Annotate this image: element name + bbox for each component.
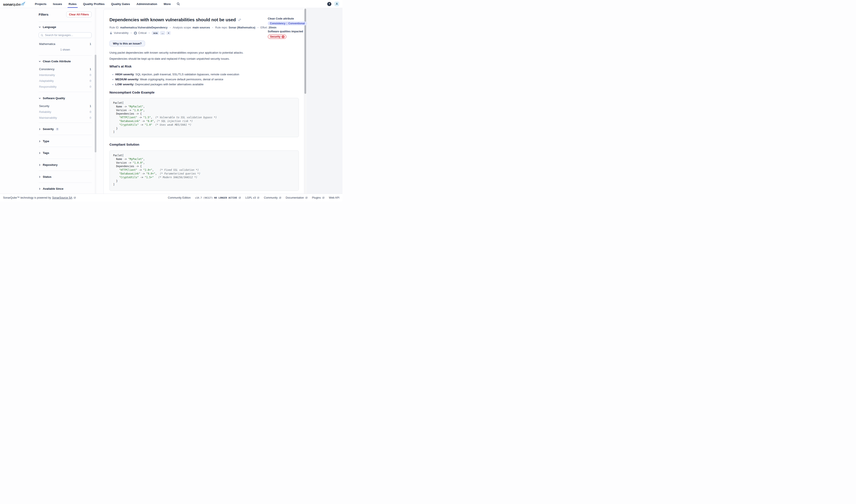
divider	[39, 182, 92, 183]
facet-status-header[interactable]: Status	[39, 175, 92, 178]
chevron-right-icon	[39, 128, 41, 130]
page-footer: SonarQube™ technology is powered by Sona…	[0, 194, 342, 202]
chevron-right-icon	[39, 140, 41, 142]
chevron-right-icon	[39, 152, 41, 154]
dot-separator	[170, 27, 171, 28]
dot-separator	[212, 27, 213, 28]
rule-tags: sca ... +	[152, 31, 171, 35]
sonarqube-logo[interactable]: sonarqube	[3, 1, 25, 7]
facet-language-header[interactable]: Language	[39, 25, 92, 29]
facet-clean-code-attribute-header[interactable]: Clean Code Attribute	[39, 60, 92, 63]
divider	[39, 159, 92, 159]
lgpl-link[interactable]: LGPL v3	[245, 196, 260, 199]
version-link[interactable]: v10.7 (96327) NO LONGER ACTIVE	[195, 196, 241, 199]
rule-severity: Critical	[134, 32, 147, 35]
nav-more[interactable]: More	[164, 0, 171, 8]
language-shown-count: 1 shown	[39, 48, 92, 51]
web-api-link[interactable]: Web API	[329, 196, 339, 199]
facet-tags-header[interactable]: Tags	[39, 151, 92, 155]
documentation-link[interactable]: Documentation	[286, 196, 308, 199]
facet-available-since-header[interactable]: Available Since	[39, 187, 92, 190]
language-search	[39, 32, 92, 38]
facet-item-mathematica[interactable]: Mathematica 1	[39, 42, 92, 46]
tag-chip-more[interactable]: ...	[160, 31, 165, 35]
help-button[interactable]: ?	[327, 2, 332, 6]
divider	[39, 123, 92, 123]
community-link[interactable]: Community	[264, 196, 281, 199]
facet-item-security[interactable]: Security 1	[39, 104, 92, 108]
tag-chip-sca[interactable]: sca	[152, 31, 159, 35]
facet-item-maintainability[interactable]: Maintainability 0	[39, 116, 92, 120]
topbar-right-group: ? A	[327, 1, 339, 6]
risk-item-medium: MEDIUM severity: Weak cryptography, inse…	[112, 78, 239, 81]
clean-code-attribute-heading: Clean Code attribute	[268, 17, 304, 20]
why-is-this-an-issue-button[interactable]: Why is this an issue?	[109, 41, 145, 47]
facet-item-consistency[interactable]: Consistency 1	[39, 68, 92, 71]
nav-administration[interactable]: Administration	[137, 0, 157, 8]
sonarsource-link[interactable]: SonarSource SA	[52, 196, 72, 199]
rule-title-row: Dependencies with known vulnerabilities …	[109, 17, 241, 22]
logo-swoosh-icon	[21, 1, 25, 5]
rule-details-card: Dependencies with known vulnerabilities …	[103, 9, 304, 196]
facet-repository-header[interactable]: Repository	[39, 163, 92, 166]
facet-item-intentionality[interactable]: Intentionality 0	[39, 73, 92, 77]
facet-severity-header[interactable]: Severity ?	[39, 127, 92, 131]
divider	[39, 92, 92, 92]
divider	[39, 22, 92, 22]
nav-quality-gates[interactable]: Quality Gates	[111, 0, 130, 8]
chevron-right-icon	[39, 164, 41, 166]
security-impact-pill[interactable]: Security	[268, 35, 286, 39]
rule-id: Rule ID:mathematica:VulnerableDependency	[109, 26, 168, 29]
dot-separator	[131, 33, 131, 33]
rule-description-paragraph: Dependencies should be kept up-to-date a…	[109, 57, 230, 60]
divider	[39, 55, 92, 56]
external-link-icon	[73, 196, 76, 199]
sidebar-scrollbar-thumb[interactable]	[95, 55, 96, 152]
plugins-link[interactable]: Plugins	[312, 196, 325, 199]
analysis-scope: Analysis scope:main sources	[173, 26, 210, 29]
user-avatar[interactable]: A	[334, 1, 339, 6]
compliant-heading: Compliant Solution	[109, 143, 139, 146]
divider	[39, 147, 92, 147]
noncompliant-code-block: Paclet[ Name -> "MyPaclet", Version -> "…	[109, 98, 299, 137]
external-link-icon	[322, 196, 325, 199]
edition-label: Community Edition	[168, 196, 191, 199]
nav-quality-profiles[interactable]: Quality Profiles	[83, 0, 105, 8]
risk-item-high: HIGH severity: SQL injection, path trave…	[112, 73, 239, 76]
noncompliant-heading: Noncompliant Code Example	[109, 91, 155, 94]
severity-help-icon[interactable]: ?	[56, 128, 59, 131]
facet-type-header[interactable]: Type	[39, 140, 92, 143]
software-qualities-heading: Software qualities impacted	[268, 30, 304, 33]
nav-issues[interactable]: Issues	[53, 0, 62, 8]
external-link-icon	[305, 196, 308, 199]
permalink-icon[interactable]	[238, 18, 241, 21]
compliant-code: Paclet[ Name -> "MyPaclet", Version -> "…	[113, 154, 295, 186]
noncompliant-code: Paclet[ Name -> "MyPaclet", Version -> "…	[113, 101, 295, 134]
filters-title: Filters	[39, 13, 49, 16]
language-search-input[interactable]	[39, 32, 92, 38]
rule-title: Dependencies with known vulnerabilities …	[109, 17, 236, 22]
unlock-icon	[109, 32, 112, 35]
rule-description-paragraph: Using paclet dependencies with known sec…	[109, 51, 244, 54]
high-impact-icon	[282, 35, 284, 38]
rule-repo: Rule repo:Sonar (Mathematica)	[215, 26, 255, 29]
facet-item-adaptability[interactable]: Adaptability 0	[39, 79, 92, 83]
tag-chip-add[interactable]: +	[166, 31, 171, 35]
compliant-code-block: Paclet[ Name -> "MyPaclet", Version -> "…	[109, 150, 299, 191]
logo-wordmark: sonarqube	[3, 2, 21, 7]
divider	[39, 135, 92, 135]
facet-software-quality-header[interactable]: Software Quality	[39, 96, 92, 100]
clear-all-filters-button[interactable]: Clear All Filters	[66, 12, 92, 17]
facet-item-responsibility[interactable]: Responsibility 0	[39, 85, 92, 88]
external-link-icon	[238, 196, 241, 199]
facet-item-reliability[interactable]: Reliability 0	[39, 110, 92, 113]
chevron-right-icon	[39, 176, 41, 178]
dot-separator	[149, 33, 149, 33]
external-link-icon	[257, 196, 260, 199]
main-nav: Projects Issues Rules Quality Profiles Q…	[35, 0, 171, 8]
attribute-pill[interactable]: Consistency | Conventional	[268, 21, 307, 25]
nav-projects[interactable]: Projects	[35, 0, 46, 8]
nav-rules[interactable]: Rules	[69, 0, 77, 8]
global-search-icon[interactable]	[177, 2, 180, 6]
footer-links: Community Edition v10.7 (96327) NO LONGE…	[168, 196, 339, 199]
